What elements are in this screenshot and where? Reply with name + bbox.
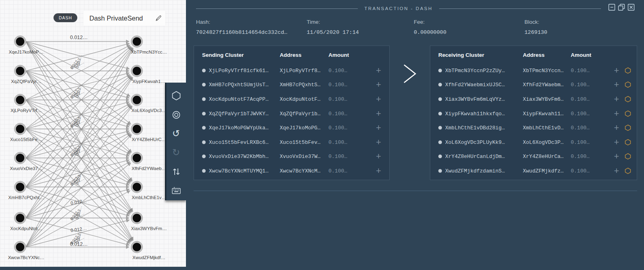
expand-plus-icon[interactable]: + xyxy=(376,80,381,89)
table-row[interactable]: XfhFd2YWaebmixUJSC…XfhFd2YWaebm…0.100…+ xyxy=(430,78,637,92)
hexagon-node-icon[interactable] xyxy=(625,96,631,102)
hexagon-node-icon[interactable] xyxy=(625,167,631,174)
expand-plus-icon[interactable]: + xyxy=(614,80,619,89)
cluster-bullet-icon xyxy=(438,126,442,130)
cluster-cell: XwudZFMjkdfzdaminS… xyxy=(445,168,505,174)
duplicate-icon[interactable] xyxy=(618,4,625,11)
target-tool-button[interactable] xyxy=(168,105,184,124)
info-label: Hash: xyxy=(196,19,287,25)
table-row[interactable]: Xwcw7BcYXNcMTUYMQ1…Xwcw7BcYXNcM…0.100…+ xyxy=(194,164,389,178)
cluster-bullet-icon xyxy=(202,97,206,101)
hexagon-node-icon[interactable] xyxy=(625,67,631,74)
amount-cell: 0.100… xyxy=(328,67,347,73)
expand-plus-icon[interactable]: + xyxy=(376,109,381,118)
hexagon-tool-button[interactable] xyxy=(168,86,184,105)
graph-node-output[interactable] xyxy=(131,123,143,135)
address-cell: Xwcw7BcYXNcM… xyxy=(280,168,320,174)
minimize-icon[interactable] xyxy=(608,4,615,11)
expand-plus-icon[interactable]: + xyxy=(376,152,381,161)
header-rule-left xyxy=(196,8,358,9)
table-row[interactable]: XmbLhCthE1vDBd28ig…XmbLhCthE1vD…0.100…+ xyxy=(430,120,637,135)
graph-node-output[interactable] xyxy=(131,181,143,193)
expand-plus-icon[interactable]: + xyxy=(376,66,381,75)
close-icon[interactable] xyxy=(627,4,635,11)
graph-node-output[interactable] xyxy=(131,212,143,224)
currency-badge-label: DASH xyxy=(59,15,72,20)
transaction-graph[interactable]: 0.012…0.012…0.012…0.012…0.012…0.012…0.01… xyxy=(0,0,186,267)
amount-cell: 0.100… xyxy=(328,96,347,102)
keyboard-shortcuts-button[interactable] xyxy=(168,181,184,200)
graph-node-input[interactable] xyxy=(14,94,26,106)
column-header-address: Address xyxy=(523,52,545,58)
node-label: XoL6XogVDc3… xyxy=(132,108,167,113)
graph-node-output[interactable] xyxy=(131,94,143,106)
amount-cell: 0.100… xyxy=(571,96,590,102)
cluster-bullet-icon xyxy=(202,169,206,172)
expand-plus-icon[interactable]: + xyxy=(614,95,619,104)
graph-node-input[interactable] xyxy=(14,181,26,193)
expand-plus-icon[interactable]: + xyxy=(614,152,619,161)
graph-node-output[interactable] xyxy=(131,152,143,164)
table-row[interactable]: Xuco15t5bFevLRXBc6…Xuco15t5bFev…0.100…+ xyxy=(194,135,389,150)
table-row[interactable]: XvuoVxDie37W2KbMbh…XvuoVxDie37W…0.100…+ xyxy=(194,150,389,164)
amount-cell: 0.100… xyxy=(328,168,347,174)
redo-button[interactable]: ↻ xyxy=(168,143,184,162)
undo-button[interactable]: ↺ xyxy=(168,124,184,143)
undo-icon: ↺ xyxy=(172,129,180,138)
table-row[interactable]: XocKdpuNtotF7AcqPP…XocKdpuNtotF…0.100…+ xyxy=(194,92,389,106)
hexagon-node-icon[interactable] xyxy=(625,81,631,88)
graph-node-output[interactable] xyxy=(131,36,143,48)
graph-node-input[interactable] xyxy=(14,212,26,224)
expand-plus-icon[interactable]: + xyxy=(376,166,381,175)
graph-canvas[interactable]: 0.012…0.012…0.012…0.012…0.012…0.012…0.01… xyxy=(0,0,186,267)
table-row[interactable]: XwudZFMjkdfzdaminS…XwudZFMjkdfz…0.100…+ xyxy=(430,164,637,178)
address-cell: XqeJ17koMoPG… xyxy=(280,125,320,131)
table-row[interactable]: XmHB7cPQxhtSUmjUsT…XmHB7cPQxhtS…0.100…+ xyxy=(194,78,389,92)
table-row[interactable]: Xiax3WYBvFm6mLqVYz…Xiax3WYBvFm6…0.100…+ xyxy=(430,92,637,106)
table-row[interactable]: XqZQfPaVyr1bTJWVKY…XqZQfPaVyr1b…0.100…+ xyxy=(194,106,389,121)
edit-title-icon[interactable] xyxy=(155,15,162,22)
expand-plus-icon[interactable]: + xyxy=(376,138,381,147)
node-label: Xwcw7BcYXNc… xyxy=(8,255,45,260)
graph-toolbar: ↺ ↻ xyxy=(165,83,186,200)
expand-plus-icon[interactable]: + xyxy=(376,123,381,132)
graph-node-input[interactable] xyxy=(14,123,26,135)
amount-cell: 0.100… xyxy=(571,82,590,88)
graph-node-output[interactable] xyxy=(131,65,143,77)
expand-plus-icon[interactable]: + xyxy=(376,95,381,104)
cluster-bullet-icon xyxy=(438,112,442,115)
graph-node-input[interactable] xyxy=(14,241,26,253)
table-row[interactable]: XoL6XogVDc3PLUyKk9…XoL6XogVDc3P…0.100…+ xyxy=(430,135,637,150)
info-value: 0.00000000 xyxy=(414,29,446,35)
column-header-amount: Amount xyxy=(571,52,591,58)
hexagon-node-icon[interactable] xyxy=(625,110,631,117)
amount-cell: 0.100… xyxy=(571,139,590,145)
graph-node-output[interactable] xyxy=(131,241,143,253)
graph-node-input[interactable] xyxy=(14,152,26,164)
cluster-cell: XmHB7cPQxhtSUmjUsT… xyxy=(209,82,268,88)
expand-plus-icon[interactable]: + xyxy=(614,123,619,132)
expand-plus-icon[interactable]: + xyxy=(614,138,619,147)
cluster-bullet-icon xyxy=(438,155,442,158)
table-header-row: Receiving Cluster Address Amount xyxy=(430,46,637,63)
table-row[interactable]: XqeJ17koMoPGWYpUka…XqeJ17koMoPG…0.100…+ xyxy=(194,120,389,135)
table-row[interactable]: XiypFKwvah11hkxfqo…XiypFKwvah11…0.100…+ xyxy=(430,106,637,121)
amount-cell: 0.100… xyxy=(571,67,590,73)
table-row[interactable]: XjLPoRyVTrf81cfk61…XjLPoRyVTrf8…0.100…+ xyxy=(194,63,389,78)
swap-vertical-button[interactable] xyxy=(168,162,184,181)
expand-plus-icon[interactable]: + xyxy=(614,109,619,118)
hexagon-node-icon[interactable] xyxy=(625,139,631,145)
info-label: Fee: xyxy=(414,19,446,25)
graph-node-input[interactable] xyxy=(14,65,26,77)
cluster-cell: XmbLhCthE1vDBd28ig… xyxy=(445,125,505,131)
table-row[interactable]: XbTPmcN3YccnP2zZUy…XbTPmcN3Yccn…0.100…+ xyxy=(430,63,637,78)
node-label: XiypFKwvah1… xyxy=(132,79,165,84)
expand-plus-icon[interactable]: + xyxy=(614,166,619,175)
graph-node-input[interactable] xyxy=(14,36,26,48)
expand-plus-icon[interactable]: + xyxy=(614,66,619,75)
hexagon-node-icon[interactable] xyxy=(625,125,631,131)
flow-chevron-icon[interactable] xyxy=(402,63,419,85)
hexagon-node-icon[interactable] xyxy=(625,153,631,160)
node-label: XvuoVxDie37… xyxy=(10,166,42,171)
table-row[interactable]: XrY4Z8eHUrCanLdjDm…XrY4Z8eHUrCa…0.100…+ xyxy=(430,150,637,164)
